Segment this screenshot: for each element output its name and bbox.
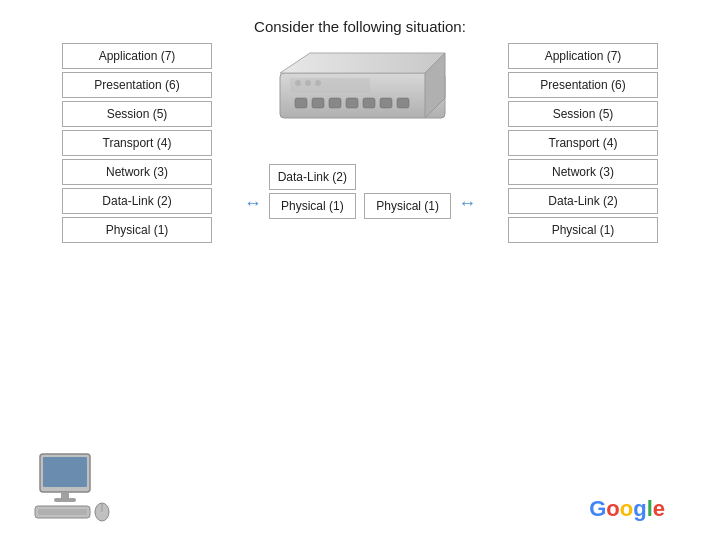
- left-presentation-row: Presentation (6): [62, 72, 212, 98]
- left-datalink-row: Data-Link (2): [62, 188, 212, 214]
- svg-rect-6: [346, 98, 358, 108]
- google-logo: Google: [589, 496, 665, 522]
- right-session-row: Session (5): [508, 101, 658, 127]
- svg-rect-4: [312, 98, 324, 108]
- left-session-row: Session (5): [62, 101, 212, 127]
- spacer-dl: Data-Link (2): [269, 135, 356, 161]
- left-application-row: Application (7): [62, 43, 212, 69]
- right-transport-row: Transport (4): [508, 130, 658, 156]
- spacer-dl3: Data-Link (2): [364, 164, 451, 190]
- center-panel: ↔ Data-Link (2) Data-Link (2) Physical (…: [220, 43, 500, 219]
- left-transport-row: Transport (4): [62, 130, 212, 156]
- google-o1: o: [606, 496, 619, 521]
- right-arrow: ↔: [451, 193, 483, 219]
- google-o2: o: [620, 496, 633, 521]
- switch-container: [260, 43, 460, 131]
- right-presentation-row: Presentation (6): [508, 72, 658, 98]
- left-arrow: ↔: [237, 193, 269, 219]
- center-rows: ↔ Data-Link (2) Data-Link (2) Physical (…: [220, 135, 500, 219]
- right-datalink-row: Data-Link (2): [508, 188, 658, 214]
- left-physical-row: Physical (1): [62, 217, 212, 243]
- google-g2: g: [633, 496, 646, 521]
- center-physical1-row: Physical (1): [269, 193, 356, 219]
- right-application-row: Application (7): [508, 43, 658, 69]
- svg-rect-3: [295, 98, 307, 108]
- svg-rect-16: [61, 492, 69, 499]
- computer-svg: [30, 452, 120, 522]
- svg-rect-7: [363, 98, 375, 108]
- svg-rect-17: [54, 498, 76, 502]
- right-physical-row: Physical (1): [508, 217, 658, 243]
- svg-rect-15: [43, 457, 87, 487]
- left-osi-stack: Application (7) Presentation (6) Session…: [62, 43, 212, 243]
- page-container: Consider the following situation: Applic…: [0, 0, 720, 243]
- center-left-rows: Data-Link (2) Data-Link (2) Physical (1): [269, 135, 356, 219]
- computer-image: [30, 452, 120, 522]
- google-g: G: [589, 496, 606, 521]
- switch-svg: [260, 43, 460, 128]
- spacer-dl2: Data-Link (2): [364, 135, 451, 161]
- right-osi-stack: Application (7) Presentation (6) Session…: [508, 43, 658, 243]
- svg-rect-8: [380, 98, 392, 108]
- svg-rect-19: [38, 509, 87, 515]
- svg-rect-5: [329, 98, 341, 108]
- svg-rect-9: [397, 98, 409, 108]
- right-network-row: Network (3): [508, 159, 658, 185]
- svg-rect-13: [290, 78, 370, 93]
- center-right-rows: Data-Link (2) Data-Link (2) Physical (1): [364, 135, 451, 219]
- main-layout: Application (7) Presentation (6) Session…: [0, 43, 720, 243]
- center-physical2-row: Physical (1): [364, 193, 451, 219]
- page-title: Consider the following situation:: [0, 0, 720, 35]
- svg-marker-1: [280, 53, 445, 73]
- google-e: e: [653, 496, 665, 521]
- center-datalink-row: Data-Link (2): [269, 164, 356, 190]
- left-network-row: Network (3): [62, 159, 212, 185]
